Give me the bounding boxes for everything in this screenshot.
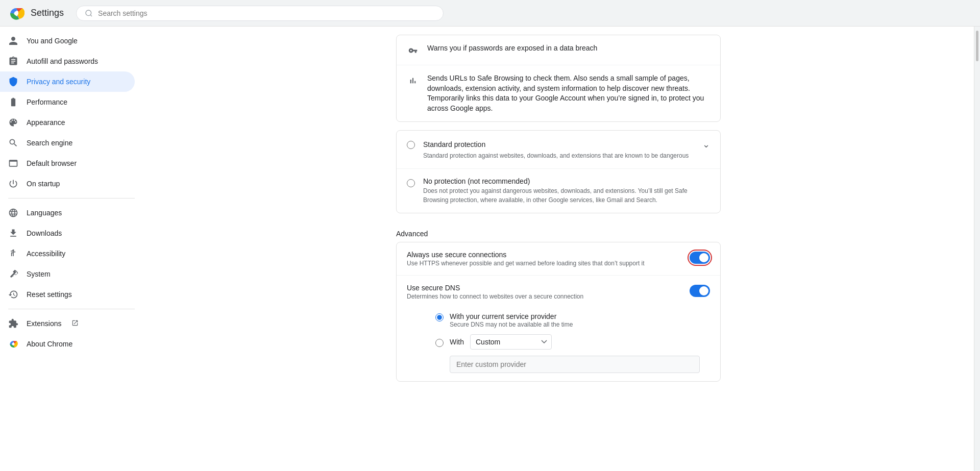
content-area: Warns you if passwords are exposed in a … [143,27,974,471]
search-icon [85,9,93,17]
dns-custom-provider-input[interactable] [450,356,700,373]
wrench-icon [8,269,18,279]
sidebar-item-about-chrome[interactable]: About Chrome [0,334,135,354]
always-secure-desc: Use HTTPS whenever possible and get warn… [407,260,681,267]
sidebar: You and Google Autofill and passwords Pr… [0,27,143,471]
always-secure-text: Always use secure connections Use HTTPS … [407,251,681,267]
always-secure-row: Always use secure connections Use HTTPS … [397,242,720,276]
chrome-small-icon [8,339,18,349]
dns-suboptions: With your current service provider Secur… [407,308,710,381]
sidebar-item-label: Search engine [27,139,72,147]
sidebar-item-label: System [27,270,51,278]
sidebar-item-label: Extensions [27,319,61,328]
sidebar-item-on-startup[interactable]: On startup [0,173,135,194]
search-icon [8,138,18,148]
sidebar-item-default-browser[interactable]: Default browser [0,153,135,173]
svg-point-3 [86,10,91,16]
sidebar-item-accessibility[interactable]: Accessibility [0,243,135,264]
always-secure-toggle[interactable] [690,252,710,264]
history-icon [8,289,18,300]
toggle-slider [690,252,710,264]
safe-browsing-card: Warns you if passwords are exposed in a … [396,35,721,122]
no-protection-desc: Does not protect you against dangerous w… [423,186,710,205]
sidebar-item-downloads[interactable]: Downloads [0,223,135,243]
password-warn-row: Warns you if passwords are exposed in a … [397,35,720,65]
secure-dns-toggle[interactable] [690,285,710,297]
scrollbar-thumb[interactable] [976,31,978,61]
sidebar-item-label: Default browser [27,159,77,167]
toggle-slider-dns [690,285,710,297]
sidebar-item-label: Appearance [27,118,65,127]
search-bar[interactable] [76,6,444,21]
chevron-down-icon[interactable]: ⌄ [702,139,710,150]
shield-icon [8,77,18,87]
search-input[interactable] [98,9,435,17]
no-protection-row: No protection (not recommended) Does not… [397,169,720,213]
password-warn-text: Warns you if passwords are exposed in a … [427,43,710,54]
url-scan-desc: Sends URLs to Safe Browsing to check the… [427,73,710,113]
advanced-card: Always use secure connections Use HTTPS … [396,242,721,382]
sidebar-item-appearance[interactable]: Appearance [0,112,135,133]
standard-protection-text: Standard protection ⌄ Standard protectio… [423,139,710,160]
standard-protection-radio[interactable] [407,141,415,149]
person-icon [8,36,18,46]
no-protection-title: No protection (not recommended) [423,177,710,185]
sidebar-item-privacy[interactable]: Privacy and security [0,71,135,92]
svg-point-8 [12,343,15,345]
dns-current-radio[interactable] [435,313,444,321]
sidebar-item-label: Accessibility [27,250,65,258]
url-scan-row: Sends URLs to Safe Browsing to check the… [397,65,720,121]
topbar-title: Settings [31,8,64,18]
sidebar-item-label: About Chrome [27,340,72,348]
protection-options-card: Standard protection ⌄ Standard protectio… [396,130,721,213]
always-secure-title: Always use secure connections [407,251,681,259]
download-icon [8,228,18,238]
scrollbar-track[interactable] [974,27,980,471]
sidebar-item-performance[interactable]: Performance [0,92,135,112]
sidebar-item-label: Languages [27,209,62,217]
sidebar-item-autofill[interactable]: Autofill and passwords [0,51,135,71]
puzzle-icon [8,318,18,329]
main-layout: You and Google Autofill and passwords Pr… [0,27,980,471]
sidebar-item-search-engine[interactable]: Search engine [0,133,135,153]
power-icon [8,179,18,189]
secure-dns-row: Use secure DNS Determines how to connect… [397,276,720,381]
sidebar-item-you-and-google[interactable]: You and Google [0,31,135,51]
sidebar-item-languages[interactable]: Languages [0,203,135,223]
dns-custom-row: With Custom Google (8.8.8.8) Cloudflare … [435,334,700,350]
no-protection-text: No protection (not recommended) Does not… [423,177,710,205]
sidebar-item-label: Autofill and passwords [27,57,98,65]
secure-dns-title: Use secure DNS [407,284,681,292]
dns-custom-dropdown[interactable]: Custom Google (8.8.8.8) Cloudflare (1.1.… [470,334,552,350]
svg-point-2 [14,11,18,15]
secure-dns-desc: Determines how to connect to websites ov… [407,293,681,300]
sidebar-item-reset-settings[interactable]: Reset settings [0,284,135,305]
svg-line-4 [90,15,92,16]
speed-icon [8,97,18,107]
palette-icon [8,117,18,128]
sidebar-item-system[interactable]: System [0,264,135,284]
sidebar-item-label: You and Google [27,37,78,45]
secure-dns-text: Use secure DNS Determines how to connect… [407,284,681,300]
standard-protection-row: Standard protection ⌄ Standard protectio… [397,131,720,169]
globe-icon [8,208,18,218]
topbar: Settings [0,0,980,27]
standard-protection-desc: Standard protection against websites, do… [423,151,710,160]
dns-custom-radio[interactable] [435,339,444,347]
sidebar-item-label: Reset settings [27,290,72,299]
sidebar-item-label: On startup [27,180,60,188]
no-protection-radio[interactable] [407,179,415,187]
browser-icon [8,158,18,168]
sidebar-item-label: Performance [27,98,67,106]
accessibility-icon [8,249,18,259]
chrome-logo [8,5,24,21]
dns-custom-input-row [450,352,700,373]
dns-current-sublabel: Secure DNS may not be available all the … [450,321,573,328]
sidebar-item-extensions[interactable]: Extensions [0,313,135,334]
assignment-icon [8,56,18,66]
advanced-label: Advanced [396,221,721,242]
dns-current-label: With your current service provider [450,312,573,320]
standard-protection-title: Standard protection ⌄ [423,139,710,150]
bar-chart-icon [407,75,419,87]
sidebar-divider-1 [8,198,135,199]
